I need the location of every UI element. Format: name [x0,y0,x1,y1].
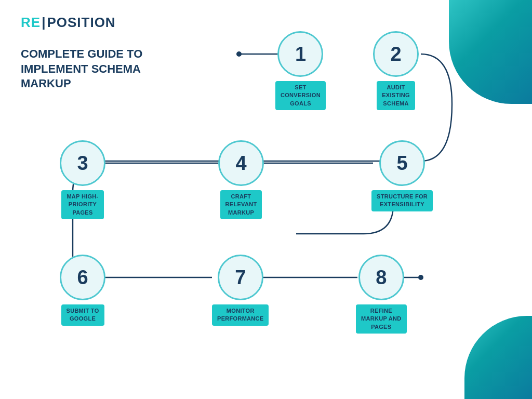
step-4-circle: 4 [218,140,264,186]
step-8-number: 8 [376,267,387,289]
step-2-circle: 2 [373,31,419,77]
step-3-circle: 3 [60,140,105,186]
page-wrapper: RE|POSITION COMPLETE GUIDE TO IMPLEMENT … [0,0,532,399]
step-5-circle: 5 [379,140,425,186]
step-8-label: REFINEMARKUP ANDPAGES [356,304,407,334]
page-title: COMPLETE GUIDE TO IMPLEMENT SCHEMA MARKU… [21,47,166,91]
step-5-label: STRUCTURE FOREXTENSIBILITY [371,190,433,211]
step-2-number: 2 [390,43,401,65]
step-8: 8 REFINEMARKUP ANDPAGES [356,255,407,334]
step-2-label: AUDITEXISTINGSCHEMA [377,81,415,110]
step-3: 3 MAP HIGH-PRIORITYPAGES [60,140,105,219]
step-4: 4 CRAFTRELEVANTMARKUP [218,140,264,219]
step-7: 7 MONITORPERFORMANCE [212,255,269,326]
logo: RE|POSITION [21,15,116,31]
step-7-label: MONITORPERFORMANCE [212,304,269,326]
step-4-label: CRAFTRELEVANTMARKUP [220,190,262,219]
step-6-number: 6 [77,267,88,289]
step-1-label: SETCONVERSIONGOALS [275,81,326,110]
step-1: 1 SETCONVERSIONGOALS [275,31,326,110]
step-5-number: 5 [396,152,407,175]
step-6-circle: 6 [60,255,105,300]
step-4-number: 4 [235,152,246,175]
step-7-number: 7 [235,267,246,289]
step-8-circle: 8 [358,255,404,300]
step-2: 2 AUDITEXISTINGSCHEMA [373,31,419,110]
step-3-number: 3 [77,152,88,175]
step-7-circle: 7 [218,255,263,300]
step-1-circle: 1 [277,31,323,77]
step-1-number: 1 [295,43,306,65]
step-6: 6 SUBMIT TOGOOGLE [60,255,105,326]
step-5: 5 STRUCTURE FOREXTENSIBILITY [371,140,433,211]
logo-position: POSITION [47,15,115,30]
step-3-label: MAP HIGH-PRIORITYPAGES [61,190,103,219]
step-6-label: SUBMIT TOGOOGLE [61,304,104,326]
logo-bar: | [42,15,46,30]
svg-point-1 [236,51,242,57]
logo-re: RE [21,15,41,30]
